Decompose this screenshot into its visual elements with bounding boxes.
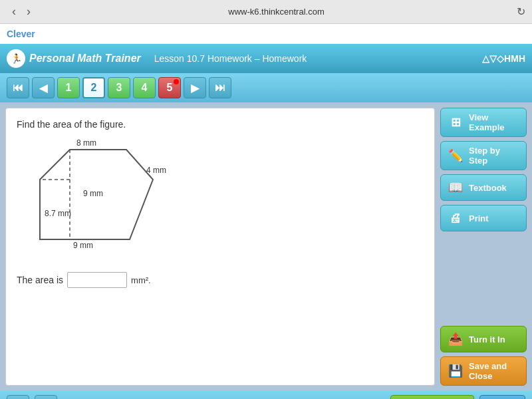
- answer-input[interactable]: [67, 272, 127, 288]
- browser-back-button[interactable]: ‹: [7, 5, 21, 19]
- figure-label-bottom: 9 mm: [73, 241, 93, 250]
- browser-refresh-button[interactable]: ↻: [517, 5, 525, 18]
- nav-page-1[interactable]: 1: [57, 77, 80, 98]
- nav-page-3[interactable]: 3: [108, 77, 130, 98]
- browser-url: www-k6.thinkcentral.com: [36, 7, 517, 17]
- view-example-label: View Example: [469, 112, 521, 132]
- step-by-step-label: Step by Step: [469, 146, 521, 166]
- turn-it-in-icon: 📤: [446, 331, 465, 347]
- print-button[interactable]: 🖨 Print: [440, 205, 527, 231]
- step-by-step-button[interactable]: ✏️ Step by Step: [440, 141, 527, 170]
- nav-first-button[interactable]: ⏮: [7, 77, 29, 98]
- browser-forward-button[interactable]: ›: [21, 5, 36, 19]
- header-logo-icon: 🏃: [7, 49, 25, 68]
- turn-it-in-button[interactable]: 📤 Turn it In: [440, 326, 527, 352]
- header-hmh-logo: △▽◇HMH: [482, 53, 525, 64]
- header-lesson-text: Lesson 10.7 Homework – Homework: [154, 53, 307, 64]
- textbook-label: Textbook: [469, 183, 507, 193]
- nav-last-button[interactable]: ⏭: [209, 77, 231, 98]
- view-example-button[interactable]: ⊞ View Example: [440, 108, 527, 137]
- header-logo: 🏃 Personal Math Trainer: [7, 49, 141, 68]
- question-area: Find the area of the figure. 8 mm 4 mm 9…: [5, 108, 435, 386]
- nav-page-4[interactable]: 4: [133, 77, 156, 98]
- answer-unit: mm².: [131, 275, 151, 285]
- print-label: Print: [469, 213, 489, 223]
- figure-label-middle: 9 mm: [83, 189, 103, 198]
- print-icon: 🖨: [446, 210, 465, 226]
- check-answer-button[interactable]: ✓ Check Answer: [390, 395, 474, 399]
- app-header: 🏃 Personal Math Trainer Lesson 10.7 Home…: [0, 44, 532, 73]
- figure-container: 8 mm 4 mm 9 mm 8.7 mm 9 mm: [30, 136, 424, 259]
- figure-label-height: 8.7 mm: [45, 209, 71, 218]
- bottom-bar: ? ⚑ Question 2 of 7 ✓ Check Answer ➜ Nex…: [0, 391, 532, 399]
- textbook-button[interactable]: 📖 Textbook: [440, 174, 527, 201]
- answer-row: The area is mm².: [17, 272, 424, 288]
- nav-next-button[interactable]: ▶: [184, 77, 206, 98]
- step-by-step-icon: ✏️: [446, 148, 465, 164]
- nav-page-5[interactable]: 5: [158, 77, 181, 98]
- next-button[interactable]: ➜ Next: [479, 395, 525, 399]
- nav-page-2[interactable]: 2: [82, 77, 105, 98]
- header-logo-text: Personal Math Trainer: [29, 53, 141, 65]
- figure-svg: 8 mm 4 mm 9 mm 8.7 mm 9 mm: [30, 136, 183, 256]
- turn-it-in-label: Turn it In: [469, 334, 505, 344]
- textbook-icon: 📖: [446, 180, 465, 196]
- flag-button[interactable]: ⚑: [35, 395, 57, 399]
- view-example-icon: ⊞: [446, 114, 465, 130]
- nav-bar: ⏮ ◀ 1 2 3 4 5 ▶ ⏭: [0, 73, 532, 102]
- save-and-close-button[interactable]: 💾 Save and Close: [440, 356, 527, 386]
- clever-logo: Clever: [7, 29, 35, 39]
- clever-bar: Clever: [0, 24, 532, 44]
- figure-label-right-top: 4 mm: [146, 166, 166, 175]
- sidebar: ⊞ View Example ✏️ Step by Step 📖 Textboo…: [440, 108, 527, 386]
- figure-label-top: 8 mm: [76, 138, 96, 148]
- answer-prefix: The area is: [17, 275, 63, 285]
- question-text: Find the area of the figure.: [17, 119, 424, 130]
- browser-bar: ‹ › www-k6.thinkcentral.com ↻: [0, 0, 532, 24]
- save-and-close-label: Save and Close: [469, 361, 521, 381]
- main-content: Find the area of the figure. 8 mm 4 mm 9…: [0, 102, 532, 391]
- nav-prev-button[interactable]: ◀: [32, 77, 55, 98]
- save-and-close-icon: 💾: [446, 363, 465, 379]
- help-button[interactable]: ?: [7, 395, 29, 399]
